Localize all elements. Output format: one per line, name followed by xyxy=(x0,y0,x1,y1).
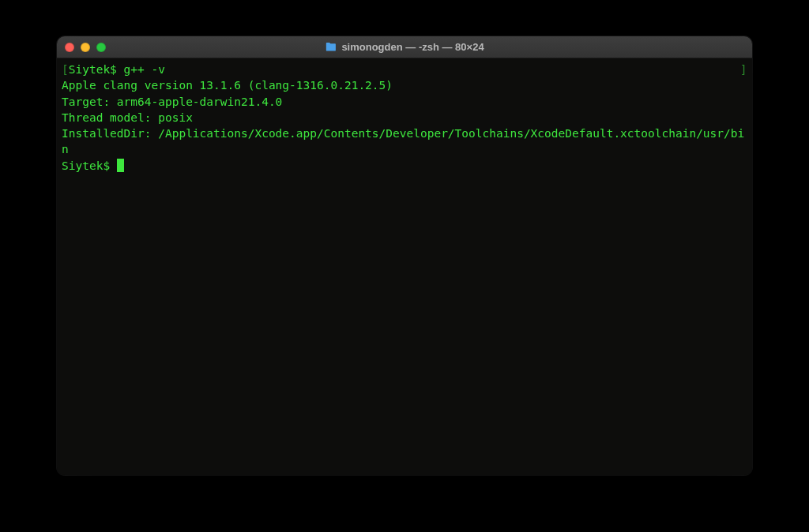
window-title: simonogden — -zsh — 80×24 xyxy=(341,41,484,53)
terminal-output-line: Apple clang version 13.1.6 (clang-1316.0… xyxy=(62,77,747,93)
terminal-content[interactable]: [Siytek$ g++ -v]Apple clang version 13.1… xyxy=(57,58,752,475)
traffic-lights xyxy=(65,43,106,52)
terminal-output-line: InstalledDir: /Applications/Xcode.app/Co… xyxy=(62,126,747,158)
minimize-button[interactable] xyxy=(81,43,90,52)
terminal-output-line: Thread model: posix xyxy=(62,110,747,126)
close-button[interactable] xyxy=(65,43,74,52)
window-titlebar[interactable]: simonogden — -zsh — 80×24 xyxy=(57,36,752,58)
terminal-output-line: Target: arm64-apple-darwin21.4.0 xyxy=(62,94,747,110)
bracket-open: [ xyxy=(62,63,69,76)
window-title-group: simonogden — -zsh — 80×24 xyxy=(325,41,484,53)
folder-icon xyxy=(325,42,337,52)
terminal-prompt-line-1: [Siytek$ g++ -v] xyxy=(62,62,747,77)
cursor-block xyxy=(117,159,124,172)
bracket-close: ] xyxy=(740,63,747,76)
maximize-button[interactable] xyxy=(96,43,106,52)
terminal-prompt-line-2: Siytek$ xyxy=(62,158,747,174)
prompt-command: Siytek$ g++ -v xyxy=(69,62,740,77)
prompt-text: Siytek$ xyxy=(62,159,117,172)
terminal-window: simonogden — -zsh — 80×24 [Siytek$ g++ -… xyxy=(57,36,752,475)
